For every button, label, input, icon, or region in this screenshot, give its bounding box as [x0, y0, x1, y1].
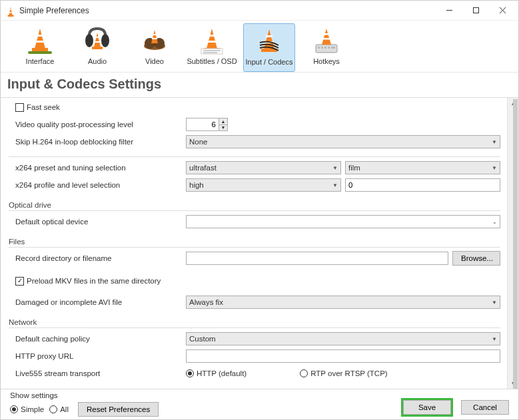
svg-rect-41 — [331, 47, 335, 49]
live555-http-radio[interactable]: HTTP (default) — [186, 369, 247, 377]
browse-button[interactable]: Browse... — [452, 251, 500, 266]
save-button[interactable]: Save — [403, 400, 451, 415]
radio-unselected-icon — [49, 405, 57, 413]
caching-label: Default caching policy — [15, 335, 186, 343]
x264-level-input[interactable] — [345, 178, 500, 192]
x264-preset-label: x264 preset and tuning selection — [15, 164, 186, 172]
svg-rect-29 — [201, 49, 223, 54]
svg-rect-44 — [323, 38, 330, 40]
damaged-avi-label: Damaged or incomplete AVI file — [15, 298, 186, 306]
http-proxy-input[interactable] — [186, 349, 500, 363]
window-title: Simple Preferences — [19, 6, 436, 15]
svg-rect-23 — [153, 34, 157, 35]
video-quality-input[interactable] — [187, 118, 219, 130]
svg-marker-42 — [322, 29, 331, 45]
svg-rect-11 — [32, 48, 48, 51]
spin-up-icon[interactable]: ▲ — [219, 118, 227, 125]
x264-profile-label: x264 profile and level selection — [15, 181, 186, 189]
category-input-codecs-label: Input / Codecs — [246, 58, 293, 66]
category-input-codecs[interactable]: Input / Codecs — [243, 23, 295, 72]
x264-preset-combo[interactable]: ultrafast ▼ — [186, 161, 341, 174]
category-video-label: Video — [145, 57, 164, 65]
content-outer: Fast seek Video quality post-processing … — [1, 98, 518, 389]
close-button[interactable] — [489, 1, 516, 20]
category-subtitles-label: Subtitles / OSD — [187, 57, 237, 65]
skip-h264-value: None — [189, 138, 489, 146]
show-all-radio[interactable]: All — [49, 405, 69, 413]
record-dir-label: Record directory or filename — [15, 254, 186, 262]
chevron-down-icon: ▼ — [332, 182, 338, 188]
show-simple-radio[interactable]: Simple — [10, 405, 44, 413]
heading-row: Input & Codecs Settings — [1, 73, 518, 98]
maximize-icon — [472, 7, 480, 14]
category-hotkeys[interactable]: Hotkeys — [300, 23, 352, 72]
svg-rect-33 — [266, 35, 272, 37]
svg-rect-24 — [152, 38, 157, 39]
live555-label: Live555 stream transport — [15, 369, 186, 377]
cancel-button[interactable]: Cancel — [461, 400, 509, 415]
svg-point-14 — [101, 34, 109, 47]
optical-group-label: Optical drive — [9, 201, 500, 209]
maximize-button[interactable] — [462, 1, 489, 20]
category-audio[interactable]: Audio — [71, 23, 123, 72]
outer-scrollbar[interactable] — [513, 99, 518, 389]
save-highlight: Save — [401, 398, 453, 417]
preferences-window: Simple Preferences Interface Audio Video — [0, 0, 519, 420]
category-hotkeys-label: Hotkeys — [313, 57, 340, 65]
svg-rect-12 — [28, 51, 52, 54]
svg-rect-5 — [473, 8, 478, 13]
svg-rect-1 — [9, 9, 11, 9]
svg-rect-40 — [328, 47, 330, 49]
audio-icon — [84, 26, 111, 55]
chevron-down-icon: ▼ — [492, 336, 497, 342]
fast-seek-checkbox[interactable]: Fast seek — [15, 103, 60, 112]
video-quality-label: Video quality post-processing level — [15, 120, 186, 128]
footer-row: Show settings Simple All Reset Preferenc… — [1, 389, 518, 419]
spin-down-icon[interactable]: ▼ — [219, 125, 227, 131]
video-icon — [141, 26, 168, 55]
category-interface[interactable]: Interface — [14, 23, 66, 72]
category-audio-label: Audio — [88, 57, 107, 65]
svg-rect-18 — [92, 47, 103, 49]
preload-mkv-label: Preload MKV files in the same directory — [27, 277, 161, 285]
svg-marker-8 — [35, 29, 45, 49]
svg-marker-0 — [9, 7, 12, 15]
x264-profile-combo[interactable]: high ▼ — [186, 178, 341, 192]
interface-icon — [27, 26, 53, 55]
svg-rect-10 — [35, 41, 45, 43]
category-video[interactable]: Video — [129, 23, 181, 72]
svg-rect-27 — [207, 41, 217, 43]
preload-mkv-checkbox[interactable]: Preload MKV files in the same directory — [15, 277, 161, 286]
caching-combo[interactable]: Custom ▼ — [186, 332, 500, 345]
minimize-button[interactable] — [436, 1, 462, 20]
chevron-down-icon: ⌄ — [492, 219, 497, 225]
vlc-cone-icon — [6, 6, 15, 15]
fast-seek-label: Fast seek — [27, 103, 60, 111]
live555-rtp-radio[interactable]: RTP over RTSP (TCP) — [300, 369, 387, 377]
x264-tune-combo[interactable]: film ▼ — [345, 161, 500, 174]
skip-h264-combo[interactable]: None ▼ — [186, 135, 500, 148]
show-simple-label: Simple — [21, 405, 44, 413]
settings-panel: Fast seek Video quality post-processing … — [1, 98, 507, 389]
reset-preferences-button[interactable]: Reset Preferences — [78, 402, 159, 417]
default-optical-label: Default optical device — [15, 218, 186, 226]
category-subtitles[interactable]: Subtitles / OSD — [186, 23, 238, 72]
input-codecs-icon — [256, 27, 282, 56]
svg-rect-26 — [209, 35, 215, 37]
damaged-avi-combo[interactable]: Always fix ▼ — [186, 296, 500, 309]
svg-rect-16 — [95, 37, 99, 38]
svg-marker-15 — [94, 33, 101, 47]
record-dir-input[interactable] — [186, 252, 448, 265]
radio-selected-icon — [10, 405, 18, 413]
live555-http-label: HTTP (default) — [197, 369, 247, 377]
svg-rect-9 — [37, 35, 43, 37]
subtitles-icon — [199, 26, 225, 55]
category-row: Interface Audio Video Subtitles / OSD In… — [1, 21, 518, 73]
default-optical-combo[interactable]: ⌄ — [186, 215, 500, 228]
caching-value: Custom — [189, 335, 489, 343]
damaged-avi-value: Always fix — [189, 298, 489, 306]
titlebar: Simple Preferences — [1, 1, 518, 21]
svg-rect-37 — [318, 47, 320, 49]
video-quality-spin[interactable]: ▲ ▼ — [186, 118, 228, 131]
chevron-down-icon: ▼ — [332, 165, 338, 171]
